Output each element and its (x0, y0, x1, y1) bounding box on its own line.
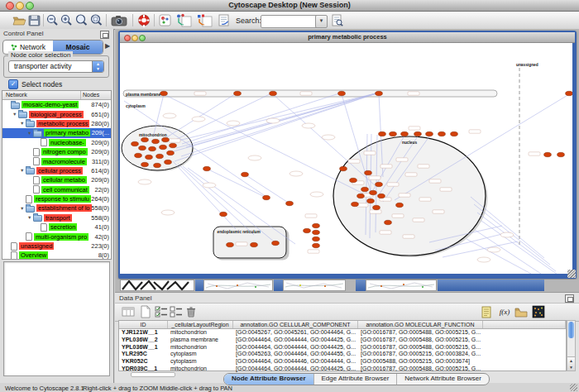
tree-row-metabolic-process[interactable]: ▼metabolic process280(0) (2, 119, 111, 128)
disclosure-triangle-icon[interactable]: ▼ (12, 112, 18, 117)
tree-row-response-to-stimulu[interactable]: response to stimulu264(0) (2, 194, 111, 203)
app-resize-grip[interactable] (570, 384, 577, 391)
scrollbar-arrows[interactable]: ▲▼ (567, 356, 575, 370)
tree-row-nitrogen-compo[interactable]: nitrogen compo209(0) (2, 147, 111, 156)
close-view-icon[interactable] (124, 35, 131, 41)
table-row[interactable]: YLR295Ccytoplasm[GO:0045263, GO:0044464,… (119, 351, 566, 358)
network-view-window[interactable]: primary metabolic process (118, 31, 577, 279)
background-window-titlebar[interactable] (356, 280, 366, 291)
tree-row-secretion[interactable]: secretion41(0) (2, 222, 111, 232)
zoom-in-icon[interactable] (60, 13, 74, 27)
tree-row-transport[interactable]: ▼transport558(0) (2, 213, 111, 222)
tree-row-multi-organism-pro[interactable]: multi-organism pro42(0) (2, 232, 111, 241)
snapshot-icon[interactable] (110, 13, 128, 27)
attribute-table-header[interactable]: ID_cellularLayoutRegionannotation.GO CEL… (119, 321, 566, 329)
save-icon[interactable] (27, 13, 42, 27)
close-window-icon[interactable] (6, 2, 14, 10)
file-icon (33, 185, 40, 194)
background-window-fragment[interactable] (120, 280, 194, 291)
column-header[interactable]: ID (119, 321, 168, 328)
table-row[interactable]: YPL036W__2plasma membrane[GO:0044464, GO… (119, 337, 566, 344)
tree-row-cellular-process[interactable]: ▼cellular process614(0) (2, 166, 111, 175)
matrix-icon[interactable] (532, 305, 545, 318)
import-network-icon[interactable] (175, 13, 194, 27)
tree-row-mosaic-demo-yeast[interactable]: mosaic-demo-yeast874(0) (2, 100, 111, 109)
file-icon (11, 251, 17, 260)
vizmapper-icon[interactable] (158, 13, 173, 27)
table-cell: [GO:0045267, GO:0045261, GO:0044464, G..… (233, 329, 358, 337)
disclosure-triangle-icon[interactable]: ▼ (27, 131, 33, 136)
table-row[interactable]: YDR039C__1mitochondrion[GO:0044464, GO:0… (119, 366, 566, 373)
search-dropdown-icon[interactable]: ▼ (315, 15, 328, 28)
open-icon[interactable] (12, 13, 26, 27)
zoom-selected-icon[interactable] (89, 13, 104, 27)
node-color-select[interactable]: transporter activity ▲▼ (8, 60, 104, 73)
table-cell: YPL036W__1 (119, 344, 168, 351)
disclosure-triangle-icon[interactable]: ▼ (20, 168, 26, 173)
tree-row-nucleobase-[interactable]: nucleobase-209(0) (2, 138, 111, 147)
merge-columns-icon[interactable] (122, 305, 135, 318)
zoom-out-icon[interactable] (45, 13, 60, 27)
background-window-titlebar[interactable] (274, 280, 283, 291)
table-vertical-scrollbar[interactable]: ▲▼ (567, 320, 576, 371)
float-panel-icon[interactable] (100, 31, 109, 39)
create-attribute-icon[interactable] (139, 305, 152, 318)
table-row[interactable]: YJR121W__1mitochondrion[GO:0045267, GO:0… (119, 329, 566, 337)
column-header[interactable] (483, 321, 566, 328)
tree-row-count: 558(0) (91, 214, 109, 222)
float-panel-icon[interactable] (565, 294, 574, 303)
tree-row-cellular-metabo[interactable]: cellular metabo209(0) (2, 175, 111, 184)
tree-row-macromolecule[interactable]: macromolecule311(0) (2, 156, 111, 165)
background-window-fragment[interactable] (203, 280, 273, 291)
node-color-select-value: transporter activity (14, 62, 71, 70)
toolbar-separator (154, 14, 155, 26)
network-canvas[interactable]: plasma membrane cytoplasm mitochondrion … (120, 43, 572, 274)
disclosure-triangle-icon[interactable]: ▼ (27, 215, 33, 220)
tree-row-overview[interactable]: Overview8(0) (2, 251, 111, 260)
scrollbar-thumb[interactable] (568, 322, 574, 338)
notes-icon[interactable] (480, 305, 493, 318)
tree-row-biological-process[interactable]: ▼biological_process651(0) (2, 109, 111, 118)
search-config-icon[interactable] (330, 13, 345, 27)
file-icon (33, 148, 40, 156)
background-window-titlebar[interactable] (438, 280, 544, 291)
formula-icon[interactable]: f(x) (498, 305, 511, 318)
network-window-titlebar[interactable]: primary metabolic process (120, 32, 575, 43)
select-attributes-icon[interactable] (155, 305, 168, 318)
background-window-fragment[interactable] (366, 280, 437, 291)
help-icon[interactable] (136, 13, 151, 27)
search-input[interactable] (261, 15, 318, 28)
column-header[interactable]: annotation.GO MOLECULAR_FUNCTION (358, 321, 483, 328)
background-window-titlebar[interactable] (195, 280, 203, 291)
import-table-icon[interactable] (514, 305, 528, 318)
zoom-fit-icon[interactable] (74, 13, 89, 27)
tab-overflow-icon[interactable]: ▶ (105, 42, 110, 50)
tree-row-primary-metabo[interactable]: ▼primary metabo209(... (2, 128, 111, 137)
import-attributes-icon[interactable] (196, 13, 214, 27)
tree-row-unassigned[interactable]: unassigned223(0) (2, 241, 111, 251)
attribute-table[interactable]: ID_cellularLayoutRegionannotation.GO CEL… (118, 320, 567, 371)
window-titlebar: Cytoscape Desktop (New Session) (0, 0, 579, 12)
unselect-attributes-icon[interactable] (170, 305, 183, 318)
birdseye-view[interactable] (3, 261, 110, 376)
file-icon (26, 195, 32, 203)
zoom-window-icon[interactable] (26, 2, 34, 10)
column-header[interactable]: _cellularLayoutRegion (168, 321, 233, 328)
window-resize-grip[interactable] (567, 270, 576, 278)
column-header[interactable]: annotation.GO CELLULAR_COMPONENT (233, 321, 358, 328)
select-nodes-row: ✓ Select nodes (8, 79, 62, 88)
tree-row-cell-communicat[interactable]: cell communicat22(0) (2, 185, 111, 194)
table-row[interactable]: YPL036W__1mitochondrion[GO:0044464, GO:0… (119, 344, 566, 351)
minimize-window-icon[interactable] (16, 2, 24, 10)
table-horizontal-scrollbar[interactable] (131, 372, 175, 377)
background-window-fragment[interactable] (283, 280, 346, 291)
tree-row-establishment-of-lo[interactable]: ▼establishment of lo558(0) (2, 203, 111, 213)
minimize-view-icon[interactable] (132, 35, 138, 41)
annotation-icon[interactable] (217, 13, 232, 27)
delete-attribute-icon[interactable] (184, 305, 198, 318)
select-nodes-checkbox[interactable]: ✓ (8, 79, 18, 89)
disclosure-triangle-icon[interactable]: ▼ (20, 121, 26, 126)
table-row[interactable]: YKR052Ccytoplasm[GO:0044464, GO:0044446,… (119, 358, 566, 366)
disclosure-triangle-icon[interactable]: ▼ (20, 206, 26, 211)
zoom-view-icon[interactable] (139, 35, 146, 41)
